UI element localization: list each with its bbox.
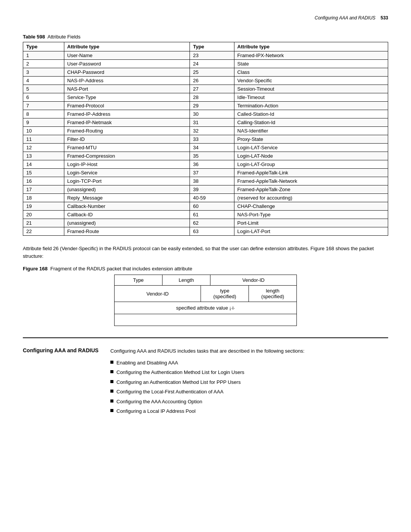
bullet-text: Configuring the Authentication Method Li… <box>116 369 244 376</box>
bullet-text: Enabling and Disabling AAA <box>116 359 178 367</box>
header-text: Configuring AAA and RADIUS <box>315 15 376 21</box>
table-cell: 32 <box>190 127 234 135</box>
section-title: Configuring AAA and RADIUS <box>23 347 99 417</box>
table-cell: Login-LAT-Group <box>234 160 388 169</box>
table-cell: Framed-IPX-Network <box>234 51 388 60</box>
table-cell: Framed-AppleTalk-Link <box>234 169 388 177</box>
table-cell: 60 <box>190 202 234 211</box>
cell-attribute-value: specified attribute value ¡·i· <box>115 302 296 314</box>
table-cell: 13 <box>23 152 64 160</box>
packet-row-4 <box>115 314 296 326</box>
table-cell: NAS-Port-Type <box>234 211 388 219</box>
table-cell: 11 <box>23 135 64 144</box>
table-cell: 26 <box>190 77 234 85</box>
table-cell: 30 <box>190 110 234 118</box>
table-cell: 36 <box>190 160 234 169</box>
table-cell: Framed-MTU <box>64 144 190 152</box>
table-cell: Login-IP-Host <box>64 160 190 169</box>
bullet-icon <box>110 390 113 393</box>
attribute-table: Type Attribute type Type Attribute type … <box>23 42 388 236</box>
table-cell: Callback-Number <box>64 202 190 211</box>
table-cell: 24 <box>190 60 234 68</box>
cell-vendor-id-2: Vendor-ID <box>115 286 201 302</box>
bullet-text: Configuring a Local IP Address Pool <box>116 407 196 415</box>
bullet-icon <box>110 370 113 373</box>
bullet-list: Enabling and Disabling AAAConfiguring th… <box>110 359 388 415</box>
bullet-item: Configuring the Authentication Method Li… <box>110 369 388 376</box>
table-cell: 40-59 <box>190 194 234 202</box>
table-cell: 29 <box>190 102 234 110</box>
table-cell: 17 <box>23 185 64 194</box>
cell-type: Type <box>115 275 162 285</box>
table-cell: 63 <box>190 227 234 236</box>
cell-length-specified: length (specified) <box>249 286 296 302</box>
table-cell: 31 <box>190 118 234 127</box>
table-cell: Login-Service <box>64 169 190 177</box>
bullet-icon <box>110 409 113 412</box>
paragraph-text: Attribute field 26 (Vender-Specific) in … <box>23 245 388 260</box>
table-cell: 8 <box>23 110 64 118</box>
col-header-type1: Type <box>23 42 64 51</box>
table-cell: User-Password <box>64 60 190 68</box>
table-cell: 2 <box>23 60 64 68</box>
table-cell: 3 <box>23 68 64 77</box>
table-cell: 15 <box>23 169 64 177</box>
table-cell: Service-Type <box>64 93 190 102</box>
page-header: Configuring AAA and RADIUS 533 <box>23 15 388 22</box>
table-cell: Framed-IP-Netmask <box>64 118 190 127</box>
table-caption-bold: Table 598 <box>23 34 45 40</box>
table-cell: 25 <box>190 68 234 77</box>
table-cell: 61 <box>190 211 234 219</box>
packet-row-2: Vendor-ID type (specified) length (speci… <box>115 286 296 302</box>
table-cell: Idle-Timeout <box>234 93 388 102</box>
table-cell: 38 <box>190 177 234 185</box>
section-block: Configuring AAA and RADIUS Configuring A… <box>23 347 388 417</box>
table-cell: 22 <box>23 227 64 236</box>
table-cell: 20 <box>23 211 64 219</box>
page-number: 533 <box>381 15 388 21</box>
table-cell: 19 <box>23 202 64 211</box>
col-header-attr2: Attribute type <box>234 42 388 51</box>
packet-row-3: specified attribute value ¡·i· <box>115 302 296 314</box>
table-cell: 33 <box>190 135 234 144</box>
table-cell: Framed-Protocol <box>64 102 190 110</box>
table-cell: 27 <box>190 85 234 93</box>
table-cell: Login-LAT-Port <box>234 227 388 236</box>
table-cell: 16 <box>23 177 64 185</box>
table-cell: Class <box>234 68 388 77</box>
table-cell: Proxy-State <box>234 135 388 144</box>
table-cell: User-Name <box>64 51 190 60</box>
table-cell: Calling-Station-Id <box>234 118 388 127</box>
table-cell: 28 <box>190 93 234 102</box>
table-cell: (unassigned) <box>64 219 190 227</box>
cell-vendor-id-1: Vendor-ID <box>210 275 296 285</box>
section-intro: Configuring AAA and RADIUS includes task… <box>110 347 388 355</box>
col-header-attr1: Attribute type <box>64 42 190 51</box>
table-cell: 4 <box>23 77 64 85</box>
table-cell: 37 <box>190 169 234 177</box>
table-cell: Framed-AppleTalk-Zone <box>234 185 388 194</box>
table-cell: (reserved for accounting) <box>234 194 388 202</box>
packet-diagram: Type Length Vendor-ID Vendor-ID type (sp… <box>114 275 297 326</box>
bullet-text: Configuring an Authentication Method Lis… <box>116 379 241 386</box>
table-cell: NAS-IP-Address <box>64 77 190 85</box>
table-cell: 9 <box>23 118 64 127</box>
table-cell: Called-Station-Id <box>234 110 388 118</box>
table-cell: 62 <box>190 219 234 227</box>
table-cell: 10 <box>23 127 64 135</box>
separator-line <box>23 337 388 338</box>
section-content: Configuring AAA and RADIUS includes task… <box>110 347 388 417</box>
table-cell: 7 <box>23 102 64 110</box>
bullet-item: Configuring the AAA Accounting Option <box>110 398 388 406</box>
table-cell: 34 <box>190 144 234 152</box>
bullet-icon <box>110 380 113 383</box>
figure-caption-bold: Figure 168 <box>23 266 48 272</box>
table-cell: 5 <box>23 85 64 93</box>
table-cell: 39 <box>190 185 234 194</box>
table-cell: Login-LAT-Node <box>234 152 388 160</box>
col-header-type2: Type <box>190 42 234 51</box>
bullet-item: Enabling and Disabling AAA <box>110 359 388 367</box>
table-cell: NAS-Port <box>64 85 190 93</box>
packet-row-1: Type Length Vendor-ID <box>115 275 296 286</box>
table-cell: 18 <box>23 194 64 202</box>
